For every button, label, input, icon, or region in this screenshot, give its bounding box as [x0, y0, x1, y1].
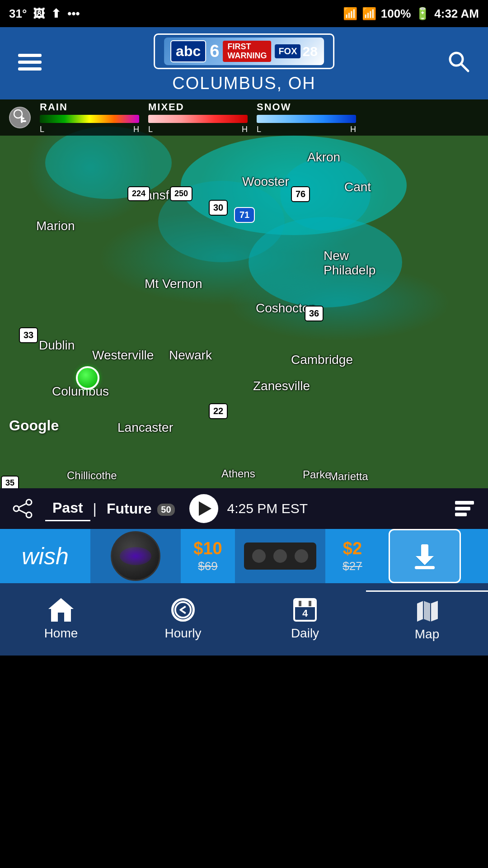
battery-icon: 🔋 — [415, 7, 430, 21]
product-dot — [252, 549, 266, 563]
logo-badge: abc 6 FIRSTWARNING FOX 28 — [154, 33, 334, 69]
svg-point-20 — [175, 602, 191, 618]
route-71: 71 — [234, 207, 255, 223]
ad-product-2 — [235, 529, 325, 583]
svg-line-12 — [19, 504, 26, 507]
city-display: COLUMBUS, OH — [172, 74, 315, 93]
share-button[interactable] — [9, 495, 36, 522]
svg-marker-23 — [431, 601, 438, 622]
hourly-icon — [171, 598, 195, 622]
city-cambridge: Cambridge — [291, 353, 353, 367]
nav-hourly[interactable]: Hourly — [122, 591, 244, 648]
legend-snow: SNOW LH — [257, 101, 356, 134]
battery-display: 100% — [381, 7, 411, 21]
route-30: 30 — [209, 200, 228, 216]
svg-marker-22 — [423, 601, 431, 622]
home-icon — [49, 598, 73, 622]
city-wooster: Wooster — [242, 175, 289, 189]
nav-home[interactable]: Home — [0, 591, 122, 648]
layers-icon — [455, 501, 474, 516]
daily-label: Daily — [291, 626, 319, 641]
city-akron: Akron — [307, 150, 340, 165]
legend-mixed: MIXED LH — [148, 101, 248, 134]
city-marion: Marion — [36, 219, 75, 233]
city-newark: Newark — [169, 348, 212, 363]
route-250: 250 — [170, 186, 192, 201]
route-33: 33 — [19, 327, 38, 343]
ad-price-1: $10 $69 — [181, 529, 235, 583]
status-bar: 31° 🖼 ⬆ ••• 📶 📶 100% 🔋 4:32 AM — [0, 0, 488, 27]
legend-rain: RAIN LH — [40, 101, 139, 134]
timeline-bar: Past | Future 50 4:25 PM EST — [0, 488, 488, 529]
city-mt-vernon: Mt Vernon — [145, 277, 202, 291]
city-marietta: Marietta — [329, 470, 368, 483]
price-main-1: $10 — [193, 539, 222, 558]
nav-map[interactable]: Map — [366, 590, 488, 649]
legend-bar: RAIN LH MIXED LH SNOW LH — [0, 99, 488, 136]
google-watermark: Google — [9, 417, 59, 434]
hourly-label: Hourly — [165, 626, 202, 641]
city-new-philadelphia: NewPhiladelp — [324, 249, 375, 278]
menu-button[interactable] — [18, 52, 42, 75]
city-cant: Cant — [344, 180, 371, 194]
svg-rect-17 — [421, 544, 428, 557]
layers-button[interactable] — [450, 494, 479, 523]
route-36: 36 — [305, 306, 324, 321]
channel-number: 6 — [210, 42, 219, 61]
calendar-number: 4 — [295, 607, 315, 620]
time-display: 4:25 PM EST — [227, 501, 308, 516]
svg-rect-7 — [21, 120, 26, 122]
city-chillicothe: Chillicothe — [67, 469, 117, 482]
past-button[interactable]: Past — [45, 496, 90, 521]
daily-icon: 4 — [293, 598, 317, 622]
svg-point-11 — [14, 506, 19, 511]
ad-banner[interactable]: wish $10 $69 $2 $27 — [0, 529, 488, 583]
city-lancaster: Lancaster — [117, 420, 173, 435]
fox-number: 28 — [303, 44, 318, 59]
ad-price-2: $2 $27 — [325, 529, 380, 583]
legend-key-icon[interactable] — [9, 107, 31, 128]
price-main-2: $2 — [343, 539, 362, 558]
home-label: Home — [44, 626, 78, 641]
play-button[interactable] — [189, 494, 218, 523]
product-image-2 — [244, 542, 316, 570]
timeline-controls: Past | Future 50 4:25 PM EST — [36, 494, 450, 523]
product-dot — [273, 549, 287, 563]
svg-rect-19 — [415, 566, 435, 569]
app-header: abc 6 FIRSTWARNING FOX 28 COLUMBUS, OH — [0, 27, 488, 99]
search-button[interactable] — [446, 49, 470, 77]
status-right: 📶 📶 100% 🔋 4:32 AM — [343, 7, 479, 21]
product-dot — [295, 549, 308, 563]
photo-icon: 🖼 — [33, 7, 45, 21]
city-parkersburg: Parke — [303, 468, 331, 481]
bottom-navigation: Home Hourly 4 Daily — [0, 583, 488, 656]
route-35: 35 — [1, 476, 19, 488]
download-button[interactable] — [389, 529, 461, 583]
weather-map[interactable]: RAIN LH MIXED LH SNOW LH Akron Mansfield… — [0, 99, 488, 488]
columbus-location-marker — [76, 366, 99, 390]
route-224: 224 — [127, 186, 150, 201]
wifi-icon: 📶 — [343, 7, 357, 21]
route-76: 76 — [291, 186, 310, 202]
svg-line-13 — [19, 510, 26, 514]
first-warning-logo: FIRSTWARNING — [223, 41, 271, 62]
upload-icon: ⬆ — [51, 7, 61, 21]
calendar-top — [295, 600, 315, 607]
more-icon: ••• — [67, 7, 80, 21]
time-display: 4:32 AM — [434, 7, 479, 21]
product-image-1 — [111, 531, 160, 581]
svg-point-10 — [26, 512, 32, 518]
temperature-display: 31° — [9, 7, 27, 21]
abc-logo: abc — [170, 40, 206, 62]
signal-icon: 📶 — [362, 7, 376, 21]
map-icon — [415, 599, 439, 623]
city-athens: Athens — [221, 467, 255, 480]
svg-rect-1 — [18, 61, 42, 64]
city-westerville: Westerville — [92, 348, 154, 363]
city-dublin: Dublin — [39, 338, 75, 353]
price-orig-1: $69 — [198, 559, 217, 573]
map-label: Map — [415, 627, 439, 642]
nav-daily[interactable]: 4 Daily — [244, 591, 366, 648]
future-button[interactable]: Future 50 — [99, 497, 182, 521]
route-22: 22 — [209, 403, 228, 419]
